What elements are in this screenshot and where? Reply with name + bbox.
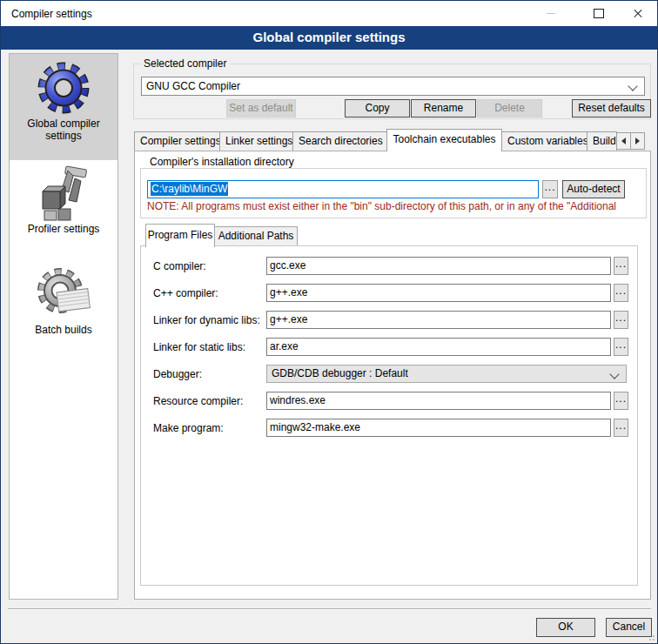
tab-compiler-settings[interactable]: Compiler settings: [134, 131, 220, 151]
field-label: Linker for dynamic libs:: [153, 314, 260, 326]
blue-gear-icon: [36, 60, 91, 116]
browse-linker-static-button[interactable]: ...: [614, 338, 628, 356]
browse-linker-dynamic-button[interactable]: ...: [614, 311, 628, 329]
set-as-default-button: Set as default: [226, 99, 296, 117]
compiler-select[interactable]: GNU GCC Compiler: [141, 77, 645, 96]
debugger-select[interactable]: GDB/CDB debugger : Default: [266, 365, 627, 383]
toolchain-executables-page: Compiler's installation directory C:\ray…: [134, 151, 651, 600]
resize-grip[interactable]: [646, 632, 655, 641]
minimize-button: [531, 1, 570, 26]
close-icon: [633, 9, 643, 19]
selected-text: C:\raylib\MinGW: [151, 182, 228, 196]
chevron-down-icon: [628, 81, 637, 91]
auto-detect-button[interactable]: Auto-detect: [562, 180, 625, 198]
gray-gear-stack-icon: [36, 266, 91, 322]
subtab-additional-paths[interactable]: Additional Paths: [214, 226, 298, 246]
browse-cpp-compiler-button[interactable]: ...: [614, 284, 628, 302]
cpp-compiler-input[interactable]: g++.exe: [266, 284, 611, 302]
tab-toolchain-executables[interactable]: Toolchain executables: [386, 129, 502, 151]
tab-linker-settings[interactable]: Linker settings: [219, 131, 293, 151]
sidebar-item-batch-builds[interactable]: Batch builds: [10, 266, 118, 343]
footer-divider: [8, 608, 651, 610]
resource-compiler-input[interactable]: windres.exe: [266, 392, 611, 410]
compiler-settings-dialog: Compiler settings Global compiler settin…: [0, 0, 658, 644]
make-program-input[interactable]: mingw32-make.exe: [266, 419, 611, 437]
field-label: Debugger:: [153, 368, 202, 380]
field-value: gcc.exe: [270, 259, 306, 272]
copy-button[interactable]: Copy: [345, 99, 410, 117]
field-value: g++.exe: [270, 286, 307, 299]
maximize-icon: [594, 9, 604, 18]
field-value: mingw32-make.exe: [270, 421, 360, 433]
tab-scroll-left-button[interactable]: [616, 132, 631, 150]
field-label: Linker for static libs:: [153, 341, 245, 353]
caliper-icon: [36, 165, 91, 221]
browse-make-program-button[interactable]: ...: [614, 419, 628, 437]
group-title: Compiler's installation directory: [146, 156, 298, 168]
compiler-select-value: GNU GCC Compiler: [146, 80, 240, 92]
field-label: C++ compiler:: [153, 287, 218, 299]
sidebar-item-global-compiler-settings[interactable]: Global compiler settings: [10, 54, 118, 160]
rename-button[interactable]: Rename: [411, 99, 476, 117]
group-title: Selected compiler: [140, 57, 230, 70]
field-label: C compiler:: [153, 260, 206, 272]
sidebar-item-label: Batch builds: [10, 324, 118, 343]
delete-button: Delete: [477, 99, 542, 117]
c-compiler-input[interactable]: gcc.exe: [266, 257, 611, 275]
arrow-left-icon: [621, 138, 626, 144]
subtab-program-files[interactable]: Program Files: [145, 224, 215, 247]
installation-directory-input[interactable]: C:\raylib\MinGW: [147, 180, 539, 198]
tab-scroll-right-button[interactable]: [630, 132, 645, 150]
page-title: Global compiler settings: [1, 26, 657, 50]
window-title: Compiler settings: [11, 8, 92, 20]
browse-directory-button[interactable]: ...: [542, 180, 558, 198]
chevron-down-icon: [609, 369, 619, 379]
ok-button[interactable]: OK: [536, 618, 595, 637]
sidebar-item-label: Profiler settings: [10, 223, 118, 242]
reset-defaults-button[interactable]: Reset defaults: [572, 99, 651, 117]
field-value: windres.exe: [270, 394, 326, 406]
linker-static-input[interactable]: ar.exe: [266, 338, 611, 356]
browse-resource-compiler-button[interactable]: ...: [614, 392, 628, 410]
debugger-select-value: GDB/CDB debugger : Default: [272, 367, 408, 379]
linker-dynamic-input[interactable]: g++.exe: [266, 311, 611, 329]
field-label: Make program:: [153, 422, 224, 434]
sidebar-item-label: Global compiler settings: [10, 117, 118, 149]
selected-compiler-group: Selected compiler GNU GCC Compiler Set a…: [133, 64, 651, 119]
maximize-button[interactable]: [579, 1, 618, 26]
tab-search-directories[interactable]: Search directories: [292, 131, 387, 151]
field-label: Resource compiler:: [153, 395, 243, 407]
program-files-panel: C compiler: gcc.exe ... C++ compiler: g+…: [140, 245, 638, 586]
settings-category-list: Global compiler settings Profiler settin…: [9, 53, 118, 600]
tab-build-clipped[interactable]: Build: [587, 131, 617, 151]
close-button[interactable]: [618, 1, 657, 26]
sidebar-item-profiler-settings[interactable]: Profiler settings: [10, 165, 118, 242]
arrow-right-icon: [635, 138, 640, 144]
note-text: NOTE: All programs must exist either in …: [147, 200, 646, 212]
title-bar: Compiler settings: [1, 1, 657, 26]
browse-c-compiler-button[interactable]: ...: [614, 257, 628, 275]
field-value: ar.exe: [270, 340, 299, 352]
minimize-icon: [547, 13, 555, 14]
field-value: g++.exe: [270, 313, 307, 325]
tab-custom-variables[interactable]: Custom variables: [501, 131, 588, 151]
